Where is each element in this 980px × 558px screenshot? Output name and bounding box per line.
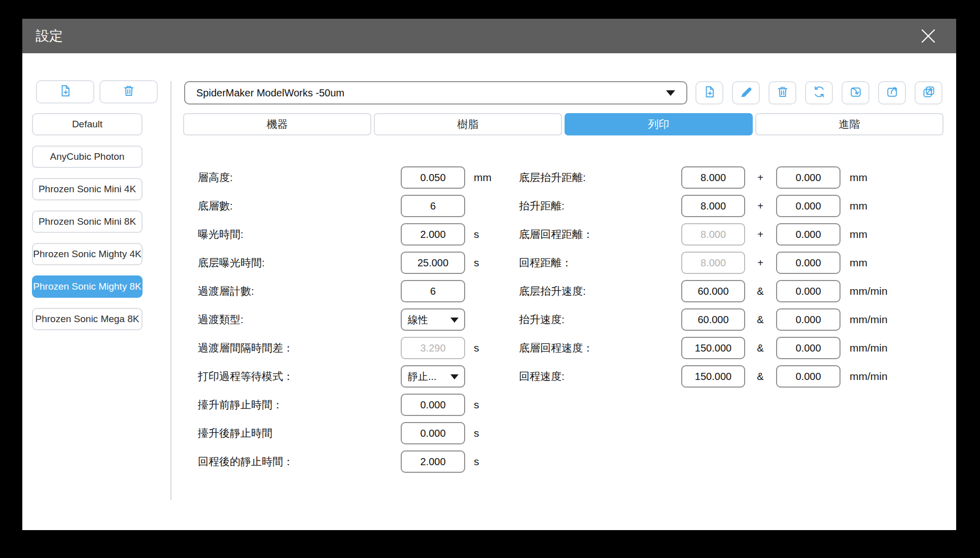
setting-value: 3.290 [420, 342, 445, 354]
setting-value-field[interactable]: 0.050 [401, 166, 465, 189]
toolbar-import-button[interactable] [842, 81, 869, 104]
chevron-down-icon [450, 318, 459, 323]
tab-進階[interactable]: 進階 [755, 113, 943, 135]
tab-機器[interactable]: 機器 [183, 113, 371, 135]
printer-profile-item[interactable]: Phrozen Sonic Mini 4K [32, 178, 143, 200]
toolbar-export-all-button[interactable] [915, 81, 942, 104]
value-joiner: + [745, 195, 776, 217]
setting-value-field[interactable]: 靜止... [401, 365, 465, 388]
setting-value: 0.000 [795, 342, 821, 354]
setting-unit: mm [850, 223, 867, 246]
setting-row: 層高度: 0.050 mm [198, 166, 522, 189]
export-copy-icon [922, 85, 936, 101]
printer-profile-list: Default AnyCubic Photon Phrozen Sonic Mi… [32, 113, 143, 340]
sidebar-delete-profile-button[interactable] [99, 80, 158, 103]
setting-value-field-secondary[interactable]: 0.000 [776, 308, 841, 331]
tab-label: 列印 [648, 118, 670, 130]
setting-label: 底層數: [198, 195, 233, 217]
setting-value-field-secondary[interactable]: 0.000 [776, 195, 841, 217]
printer-profile-item[interactable]: Default [32, 113, 143, 135]
setting-value: 0.000 [420, 399, 445, 411]
setting-unit: mm/min [850, 280, 888, 302]
setting-unit: s [474, 450, 479, 473]
setting-value-field-primary[interactable]: 8.000 [681, 195, 745, 217]
setting-value-field[interactable]: 3.290 [401, 337, 465, 359]
setting-row: 抬升距離: 8.000 + 0.000 mm [519, 195, 925, 217]
setting-row: 過渡層間隔時間差： 3.290 s [198, 337, 522, 359]
setting-value: 0.000 [420, 428, 445, 439]
setting-value-field[interactable]: 6 [401, 280, 465, 302]
printer-profile-item[interactable]: Phrozen Sonic Mini 8K [32, 211, 143, 233]
setting-value-field[interactable]: 2.000 [401, 223, 465, 246]
setting-value-field[interactable]: 25.000 [401, 252, 465, 274]
setting-label: 底层抬升距離: [519, 166, 586, 189]
setting-value-field[interactable]: 0.000 [401, 394, 465, 416]
setting-label: 曝光時間: [198, 223, 243, 246]
setting-value: 0.000 [795, 229, 821, 240]
resin-profile-select[interactable]: SpiderMaker ModelWorks -50um [184, 81, 687, 104]
setting-value: 6 [430, 200, 436, 212]
setting-value-field-secondary[interactable]: 0.000 [776, 337, 841, 359]
printer-profile-item[interactable]: Phrozen Sonic Mighty 8K [32, 275, 143, 298]
setting-value-field[interactable]: 6 [401, 195, 465, 217]
setting-label: 底層回程距離： [519, 223, 593, 246]
setting-value-field-primary[interactable]: 150.000 [681, 337, 745, 359]
value-joiner: & [745, 337, 776, 359]
print-settings-left-column: 層高度: 0.050 mm 底層數: 6 曝光時間: 2.000 s 底层曝光時… [198, 166, 522, 479]
setting-row: 過渡層計數: 6 [198, 280, 522, 302]
setting-value-field-primary[interactable]: 60.000 [681, 308, 745, 331]
setting-value-field-secondary[interactable]: 0.000 [776, 166, 841, 189]
setting-value-field[interactable]: 2.000 [401, 450, 465, 473]
setting-label: 擡升後靜止時間 [198, 422, 272, 444]
setting-value: 2.000 [420, 229, 445, 240]
setting-value-field-secondary[interactable]: 0.000 [776, 223, 841, 246]
setting-value-field-secondary[interactable]: 0.000 [776, 365, 841, 388]
toolbar-reset-button[interactable] [805, 81, 833, 104]
setting-value-field-primary[interactable]: 8.000 [681, 223, 745, 246]
setting-value: 25.000 [417, 257, 448, 269]
setting-unit: s [474, 337, 479, 359]
refresh-icon [812, 85, 826, 101]
printer-profile-item[interactable]: Phrozen Sonic Mighty 4K [32, 243, 143, 265]
setting-value: 0.000 [795, 257, 821, 269]
toolbar-delete-button[interactable] [768, 81, 796, 104]
setting-value-field[interactable]: 0.000 [401, 422, 465, 444]
toolbar-edit-button[interactable] [732, 81, 760, 104]
printer-profile-item[interactable]: AnyCubic Photon [32, 146, 143, 168]
toolbar-add-button[interactable] [695, 81, 723, 104]
screen-background: 設定 Default AnyCubic Photon Phrozen Sonic… [0, 0, 980, 558]
tab-樹脂[interactable]: 樹脂 [374, 113, 562, 135]
setting-unit: s [474, 252, 479, 274]
toolbar-export-button[interactable] [878, 81, 906, 104]
pencil-icon [739, 85, 753, 101]
setting-row: 底層回程距離： 8.000 + 0.000 mm [519, 223, 925, 246]
setting-row: 底層回程速度： 150.000 & 0.000 mm/min [519, 337, 925, 359]
printer-profile-item[interactable]: Phrozen Sonic Mega 8K [32, 308, 143, 330]
sidebar-new-profile-button[interactable] [36, 80, 94, 103]
resin-profile-value: SpiderMaker ModelWorks -50um [196, 87, 344, 99]
setting-value-field-primary[interactable]: 8.000 [681, 166, 745, 189]
setting-value: 60.000 [697, 286, 728, 297]
trash-icon [776, 85, 790, 101]
close-button[interactable] [919, 26, 938, 46]
setting-row: 回程距離： 8.000 + 0.000 mm [519, 252, 925, 274]
setting-value: 150.000 [695, 371, 731, 382]
setting-value-field-secondary[interactable]: 0.000 [776, 252, 841, 274]
setting-value-field[interactable]: 線性 [401, 308, 465, 331]
value-joiner: & [745, 280, 776, 302]
setting-unit: mm [850, 252, 867, 274]
tab-列印[interactable]: 列印 [565, 113, 753, 135]
setting-value: 0.000 [795, 286, 821, 297]
setting-value: 0.000 [795, 172, 821, 184]
trash-icon [122, 84, 136, 100]
setting-value-field-primary[interactable]: 60.000 [681, 280, 745, 302]
setting-unit: s [474, 223, 479, 246]
setting-value-field-secondary[interactable]: 0.000 [776, 280, 841, 302]
setting-label: 底层抬升速度: [519, 280, 586, 302]
setting-row: 底层抬升速度: 60.000 & 0.000 mm/min [519, 280, 925, 302]
setting-row: 擡升前靜止時間： 0.000 s [198, 394, 522, 416]
setting-value-field-primary[interactable]: 8.000 [681, 252, 745, 274]
setting-label: 底層回程速度： [519, 337, 593, 359]
setting-value-field-primary[interactable]: 150.000 [681, 365, 745, 388]
setting-label: 打印過程等待模式： [198, 365, 294, 388]
